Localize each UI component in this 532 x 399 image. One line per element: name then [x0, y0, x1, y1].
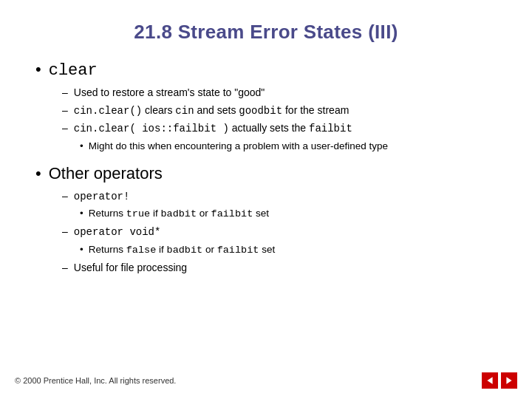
op-voidptr-child-1: • Returns false if badbit or failbit set — [80, 243, 497, 258]
section-clear: • clear – Used to restore a stream's sta… — [35, 60, 497, 154]
section-other-operators: • Other operators – operator! • Returns … — [35, 164, 497, 276]
clear-sub-3: – cin.clear( ios::failbit ) actually set… — [62, 121, 497, 137]
op-voidptr-child-1-text: Returns false if badbit or failbit set — [89, 243, 275, 258]
bullet-label-clear: clear — [49, 60, 98, 80]
svg-marker-0 — [487, 377, 492, 384]
bullet-label-other-operators: Other operators — [49, 164, 163, 183]
clear-sub-3-text: cin.clear( ios::failbit ) actually sets … — [74, 121, 352, 137]
nav-buttons — [482, 372, 517, 389]
clear-sub-1-text: Used to restore a stream's state to "goo… — [74, 86, 265, 100]
op-exclaim-child-1: • Returns true if badbit or failbit set — [80, 207, 497, 222]
bullet-dot-1: • — [35, 60, 41, 79]
op-file-processing: – Useful for file processing — [62, 261, 497, 276]
clear-sub-3-child-1: • Might do this when encountering a prob… — [80, 140, 497, 154]
clear-sub-2: – cin.clear() clears cin and sets goodbi… — [62, 103, 497, 119]
clear-sub-3-child-1-text: Might do this when encountering a proble… — [89, 140, 388, 154]
op-voidptr-children: • Returns false if badbit or failbit set — [80, 243, 497, 258]
op-exclaim-child-1-text: Returns true if badbit or failbit set — [89, 207, 269, 222]
op-voidptr: – operator void* — [62, 225, 497, 240]
nav-next-button[interactable] — [501, 372, 517, 389]
op-exclaim-text: operator! — [74, 189, 130, 205]
slide-title: 21.8 Stream Error States (III) — [35, 21, 497, 44]
clear-sub-2-text: cin.clear() clears cin and sets goodbit … — [74, 103, 349, 119]
clear-sub-1: – Used to restore a stream's state to "g… — [62, 86, 497, 100]
op-voidptr-text: operator void* — [74, 225, 161, 240]
bullet-dot-2: • — [35, 164, 41, 183]
slide: 21.8 Stream Error States (III) • clear –… — [0, 0, 532, 399]
svg-marker-1 — [506, 377, 511, 384]
main-bullet-other-operators: • Other operators — [35, 164, 497, 183]
nav-prev-button[interactable] — [482, 372, 498, 389]
op-exclaim: – operator! — [62, 189, 497, 205]
copyright-text: © 2000 Prentice Hall, Inc. All rights re… — [15, 376, 176, 385]
op-exclaim-children: • Returns true if badbit or failbit set — [80, 207, 497, 222]
sub-items-clear: – Used to restore a stream's state to "g… — [62, 86, 497, 154]
op-file-processing-text: Useful for file processing — [74, 261, 187, 276]
slide-footer: © 2000 Prentice Hall, Inc. All rights re… — [0, 372, 532, 389]
clear-sub-3-children: • Might do this when encountering a prob… — [80, 140, 497, 154]
main-bullet-clear: • clear — [35, 60, 497, 80]
sub-items-other-operators: – operator! • Returns true if badbit or … — [62, 189, 497, 276]
